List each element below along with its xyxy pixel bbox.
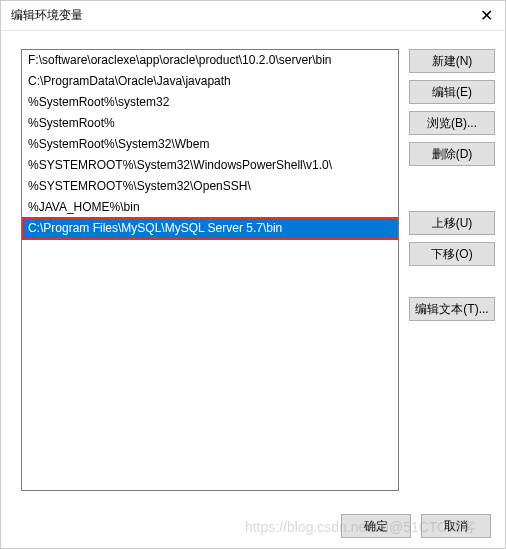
titlebar: 编辑环境变量 ✕	[1, 1, 505, 31]
list-item[interactable]: %SystemRoot%\system32	[22, 92, 398, 113]
list-item-selected[interactable]: C:\Program Files\MySQL\MySQL Server 5.7\…	[22, 218, 398, 239]
new-button[interactable]: 新建(N)	[409, 49, 495, 73]
list-item[interactable]: %SYSTEMROOT%\System32\WindowsPowerShell\…	[22, 155, 398, 176]
button-sidebar: 新建(N) 编辑(E) 浏览(B)... 删除(D) 上移(U) 下移(O) 编…	[409, 49, 495, 498]
close-icon[interactable]: ✕	[476, 6, 497, 25]
dialog-title: 编辑环境变量	[11, 7, 83, 24]
spacer	[409, 273, 495, 297]
browse-button[interactable]: 浏览(B)...	[409, 111, 495, 135]
list-item[interactable]: %SYSTEMROOT%\System32\OpenSSH\	[22, 176, 398, 197]
move-up-button[interactable]: 上移(U)	[409, 211, 495, 235]
list-item[interactable]: %SystemRoot%\System32\Wbem	[22, 134, 398, 155]
list-item[interactable]: %SystemRoot%	[22, 113, 398, 134]
list-item[interactable]: F:\software\oraclexe\app\oracle\product\…	[22, 50, 398, 71]
dialog-footer: 确定 取消	[1, 508, 505, 548]
spacer	[409, 173, 495, 211]
list-item[interactable]: C:\ProgramData\Oracle\Java\javapath	[22, 71, 398, 92]
edit-text-button[interactable]: 编辑文本(T)...	[409, 297, 495, 321]
env-var-edit-dialog: 编辑环境变量 ✕ F:\software\oraclexe\app\oracle…	[0, 0, 506, 549]
list-item[interactable]: %JAVA_HOME%\bin	[22, 197, 398, 218]
delete-button[interactable]: 删除(D)	[409, 142, 495, 166]
edit-button[interactable]: 编辑(E)	[409, 80, 495, 104]
path-listbox[interactable]: F:\software\oraclexe\app\oracle\product\…	[21, 49, 399, 491]
cancel-button[interactable]: 取消	[421, 514, 491, 538]
ok-button[interactable]: 确定	[341, 514, 411, 538]
move-down-button[interactable]: 下移(O)	[409, 242, 495, 266]
dialog-content: F:\software\oraclexe\app\oracle\product\…	[1, 31, 505, 508]
